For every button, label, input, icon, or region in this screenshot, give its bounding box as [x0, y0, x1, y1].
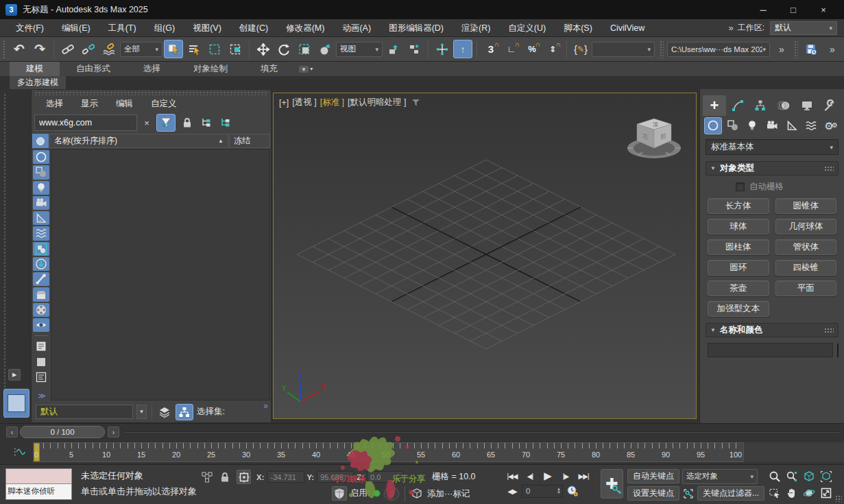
explorer-menu-edit[interactable]: 编辑: [108, 95, 141, 112]
viewport-shading-button[interactable]: [默认明暗处理 ]: [348, 97, 406, 108]
edit-named-selection-sets-button[interactable]: {✎}: [571, 40, 590, 58]
menu-group[interactable]: 组(G): [145, 19, 184, 37]
display-hierarchy-button[interactable]: [176, 404, 193, 420]
select-and-place-button[interactable]: [315, 40, 335, 58]
ribbon-tab-populate[interactable]: 填充: [244, 62, 294, 76]
go-to-start-button[interactable]: |◀◀: [504, 469, 520, 483]
active-layer-dropdown[interactable]: 默认: [36, 405, 133, 419]
window-crossing-toggle[interactable]: [226, 40, 245, 58]
zoom-button[interactable]: [767, 469, 782, 484]
create-sphere-button[interactable]: 球体: [708, 219, 769, 235]
previous-frame-slider-button[interactable]: ‹: [6, 427, 18, 437]
close-button[interactable]: ×: [808, 1, 839, 19]
filter-groups-toggle[interactable]: [33, 242, 49, 256]
explorer-column-overflow[interactable]: ≫: [38, 392, 45, 400]
category-space-warps[interactable]: [803, 117, 821, 134]
current-frame-field[interactable]: 0 ▲▼: [522, 485, 563, 498]
menu-animation[interactable]: 动画(A): [333, 19, 380, 37]
select-and-rotate-button[interactable]: [274, 40, 293, 58]
go-to-end-button[interactable]: ▶▶|: [575, 469, 592, 483]
next-frame-button[interactable]: |▶: [557, 469, 574, 483]
select-and-move-button[interactable]: [254, 40, 273, 58]
time-slider-track[interactable]: [125, 431, 840, 433]
use-center-flyout-button[interactable]: [405, 40, 424, 58]
set-keys-button[interactable]: ✚: [601, 469, 623, 499]
listener-macro-row[interactable]: [5, 468, 72, 484]
maximize-button[interactable]: □: [778, 1, 808, 19]
explorer-swatch-button[interactable]: [33, 355, 49, 368]
toolbar-overflow-chevron[interactable]: »: [771, 40, 791, 58]
filter-shapes-toggle[interactable]: [33, 165, 49, 179]
object-type-rollout-header[interactable]: ▼ 对象类型: [706, 161, 839, 176]
ribbon-tab-modeling[interactable]: 建模: [10, 62, 60, 76]
menu-edit[interactable]: 编辑(E): [53, 19, 99, 37]
select-and-scale-button[interactable]: [295, 40, 314, 58]
menu-tools[interactable]: 工具(T): [99, 19, 145, 37]
use-pivot-point-button[interactable]: [384, 40, 403, 58]
clear-search-icon[interactable]: ×: [141, 118, 152, 128]
explorer-menu-select[interactable]: 选择: [38, 95, 71, 112]
key-mode-toggle[interactable]: ◀▶: [504, 484, 520, 498]
window-resize-grip[interactable]: [835, 495, 842, 502]
toolbar-drag-handle[interactable]: [794, 40, 798, 58]
category-geometry[interactable]: [704, 117, 722, 134]
tab-display[interactable]: [795, 95, 819, 116]
bind-to-space-warp-button[interactable]: [99, 40, 119, 58]
explorer-menu-customize[interactable]: 自定义: [143, 95, 184, 112]
tab-create[interactable]: +: [703, 95, 726, 116]
filter-cameras-toggle[interactable]: [33, 196, 49, 210]
orbit-button[interactable]: [801, 485, 817, 501]
viewport-layout-tab[interactable]: [3, 389, 29, 418]
create-plane-button[interactable]: 平面: [775, 280, 837, 296]
viewport-view-button[interactable]: [透视 ]: [292, 97, 316, 108]
menu-scripting[interactable]: 脚本(S): [555, 19, 601, 37]
select-by-name-button[interactable]: [184, 40, 204, 58]
tab-hierarchy[interactable]: [749, 95, 772, 116]
previous-frame-button[interactable]: ◀|: [522, 469, 538, 483]
column-header-name[interactable]: 名称(按升序排序) ▲: [49, 134, 228, 148]
filter-helpers-toggle[interactable]: [33, 211, 49, 225]
zoom-extents-all-button[interactable]: [818, 469, 834, 484]
scene-object-list[interactable]: [51, 149, 270, 400]
filter-particles-toggle[interactable]: [33, 303, 49, 317]
zoom-region-button[interactable]: [767, 485, 782, 501]
play-animation-button[interactable]: ▶: [540, 469, 556, 483]
set-key-button[interactable]: 设置关键点: [627, 486, 679, 501]
lock-explorer-button[interactable]: [180, 115, 195, 130]
key-filters-button[interactable]: 关键点过滤器...: [697, 486, 764, 501]
autogrid-checkbox[interactable]: [736, 182, 745, 191]
create-text-plus-button[interactable]: 加强型文本: [708, 301, 769, 317]
y-coordinate-field[interactable]: [317, 471, 354, 483]
expand-panel-button[interactable]: ▶: [8, 369, 21, 381]
filter-xrefs-toggle[interactable]: [33, 257, 49, 271]
perspective-viewport[interactable]: [+] [透视 ] [标准 ] [默认明暗处理 ] 顶 左 前: [273, 93, 697, 419]
sort-view-button[interactable]: [218, 115, 233, 130]
key-brackets-icon[interactable]: [682, 488, 695, 500]
viewport-render-style-button[interactable]: [标准 ]: [320, 97, 344, 108]
maximize-viewport-toggle[interactable]: [818, 485, 834, 501]
filter-containers-toggle[interactable]: [33, 287, 49, 301]
keyboard-shortcut-override-toggle[interactable]: ↑: [453, 40, 472, 58]
safe-scene-shield-button[interactable]: [332, 486, 347, 501]
ribbon-tab-selection[interactable]: 选择: [127, 62, 177, 76]
time-tag-cube-icon[interactable]: [411, 488, 423, 500]
open-mini-curve-editor-button[interactable]: [10, 443, 30, 460]
search-input[interactable]: [34, 115, 137, 131]
create-box-button[interactable]: 长方体: [708, 198, 769, 214]
track-bar-ruler[interactable]: 0510152025303540455055606570758085909510…: [33, 442, 744, 462]
z-coordinate-field[interactable]: [367, 471, 404, 483]
menu-views[interactable]: 视图(V): [184, 19, 230, 37]
filter-button[interactable]: [156, 114, 176, 132]
time-configuration-button[interactable]: [564, 484, 581, 498]
tab-utilities[interactable]: [818, 95, 841, 116]
select-and-link-button[interactable]: [58, 40, 77, 58]
absolute-mode-transform-button[interactable]: [237, 470, 251, 484]
object-color-swatch[interactable]: [837, 344, 839, 357]
category-shapes[interactable]: [724, 117, 742, 134]
workspace-dropdown[interactable]: 默认 ▾: [770, 21, 837, 35]
listener-script-row[interactable]: 脚本迷你侦听: [5, 484, 72, 500]
next-frame-slider-button[interactable]: ›: [108, 427, 119, 437]
selection-filter-dropdown[interactable]: 全部▾: [120, 42, 162, 57]
create-torus-button[interactable]: 圆环: [708, 260, 769, 276]
x-coordinate-field[interactable]: [267, 471, 304, 483]
